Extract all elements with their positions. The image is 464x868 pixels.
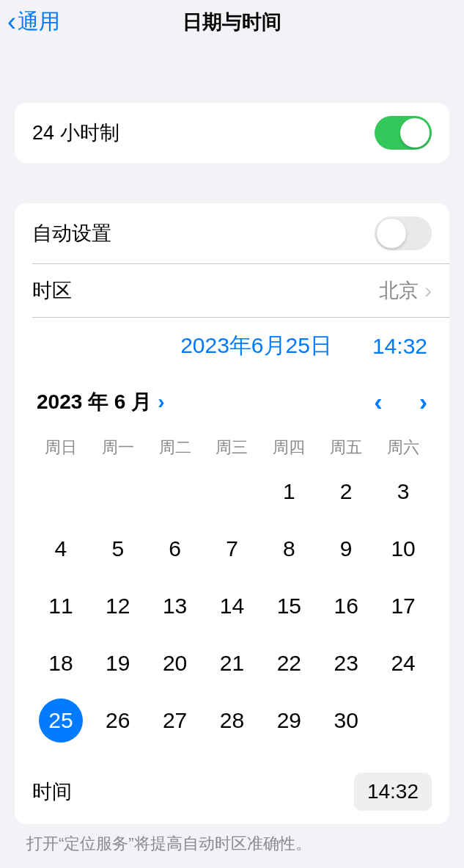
- calendar-day[interactable]: 28: [204, 692, 261, 749]
- calendar-day[interactable]: 6: [147, 520, 204, 577]
- calendar-empty: [204, 463, 261, 520]
- calendar-day[interactable]: 30: [317, 692, 375, 749]
- chevron-left-icon: ‹: [7, 7, 16, 37]
- weekday-header: 周六: [375, 437, 432, 459]
- calendar-day[interactable]: 15: [260, 577, 317, 635]
- calendar-day[interactable]: 1: [260, 463, 317, 520]
- label-24h: 24 小时制: [32, 120, 119, 146]
- selected-time[interactable]: 14:32: [372, 334, 427, 359]
- weekday-header: 周三: [204, 437, 261, 459]
- calendar-day[interactable]: 9: [317, 520, 375, 577]
- calendar-day[interactable]: 4: [32, 520, 89, 577]
- time-picker-button[interactable]: 14:32: [354, 773, 432, 811]
- calendar-day[interactable]: 16: [317, 577, 375, 635]
- chevron-right-icon: ›: [424, 278, 432, 303]
- calendar-day[interactable]: 22: [260, 635, 317, 692]
- row-datetime-summary: 2023年6月25日 14:32: [15, 318, 449, 374]
- calendar-day[interactable]: 17: [375, 577, 432, 635]
- label-time: 时间: [32, 778, 72, 805]
- calendar-day[interactable]: 23: [317, 635, 375, 692]
- switch-knob: [377, 219, 406, 248]
- label-timezone: 时区: [32, 277, 72, 304]
- row-timezone[interactable]: 时区 北京 ›: [15, 264, 449, 317]
- calendar-day[interactable]: 2: [317, 463, 375, 520]
- back-button[interactable]: ‹ 通用: [7, 7, 60, 37]
- value-timezone: 北京: [379, 277, 419, 304]
- calendar-day[interactable]: 19: [89, 635, 147, 692]
- row-time: 时间 14:32: [15, 762, 449, 824]
- weekday-header: 周二: [147, 437, 204, 459]
- weekday-header: 周日: [32, 437, 89, 459]
- calendar-day[interactable]: 26: [89, 692, 147, 749]
- row-auto-set: 自动设置: [15, 203, 449, 263]
- row-24h: 24 小时制: [15, 103, 449, 163]
- calendar-day[interactable]: 27: [147, 692, 204, 749]
- calendar-day[interactable]: 10: [375, 520, 432, 577]
- next-month-button[interactable]: ›: [419, 387, 427, 416]
- calendar-day[interactable]: 7: [204, 520, 261, 577]
- footnote: 打开“定位服务”将提高自动时区准确性。: [0, 824, 464, 864]
- month-label: 2023 年 6 月: [37, 388, 152, 416]
- calendar-day[interactable]: 12: [89, 577, 147, 635]
- calendar-day[interactable]: 8: [260, 520, 317, 577]
- month-picker-button[interactable]: 2023 年 6 月 ›: [37, 388, 165, 416]
- calendar-day[interactable]: 25: [32, 692, 89, 749]
- calendar-day[interactable]: 21: [204, 635, 261, 692]
- calendar-day[interactable]: 11: [32, 577, 89, 635]
- calendar-day[interactable]: 20: [147, 635, 204, 692]
- selected-date[interactable]: 2023年6月25日: [180, 331, 332, 361]
- switch-auto-set[interactable]: [375, 216, 432, 250]
- calendar-day[interactable]: 5: [89, 520, 147, 577]
- calendar-day[interactable]: 18: [32, 635, 89, 692]
- calendar-day[interactable]: 24: [375, 635, 432, 692]
- label-auto-set: 自动设置: [32, 220, 111, 247]
- calendar-empty: [32, 463, 89, 520]
- calendar-day[interactable]: 13: [147, 577, 204, 635]
- calendar-day[interactable]: 3: [375, 463, 432, 520]
- back-label: 通用: [18, 7, 60, 37]
- switch-knob: [400, 118, 430, 147]
- calendar-day[interactable]: 14: [204, 577, 261, 635]
- calendar-empty: [147, 463, 204, 520]
- chevron-right-icon: ›: [158, 390, 164, 414]
- calendar-empty: [89, 463, 147, 520]
- switch-24h[interactable]: [375, 116, 432, 150]
- weekday-header: 周五: [317, 437, 375, 459]
- calendar-day[interactable]: 29: [260, 692, 317, 749]
- page-title: 日期与时间: [183, 9, 281, 35]
- prev-month-button[interactable]: ‹: [374, 387, 382, 416]
- weekday-header: 周一: [89, 437, 147, 459]
- weekday-header: 周四: [260, 437, 317, 459]
